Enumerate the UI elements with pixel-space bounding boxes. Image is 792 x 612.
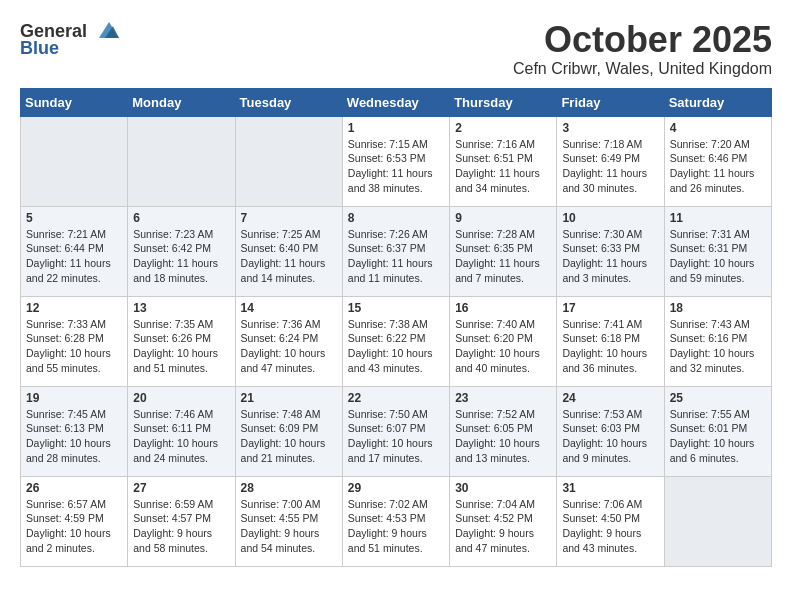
day-info-line: Sunset: 4:52 PM: [455, 512, 533, 524]
day-info: Sunrise: 7:20 AMSunset: 6:46 PMDaylight:…: [670, 137, 766, 196]
day-info-line: Sunrise: 7:35 AM: [133, 318, 213, 330]
day-number: 14: [241, 301, 337, 315]
calendar-cell: 17Sunrise: 7:41 AMSunset: 6:18 PMDayligh…: [557, 296, 664, 386]
logo-icon: [91, 20, 119, 42]
day-info-line: Sunset: 6:44 PM: [26, 242, 104, 254]
day-info-line: Sunset: 6:37 PM: [348, 242, 426, 254]
day-info-line: and 34 minutes.: [455, 182, 530, 194]
calendar-cell: 31Sunrise: 7:06 AMSunset: 4:50 PMDayligh…: [557, 476, 664, 566]
weekday-header-sunday: Sunday: [21, 88, 128, 116]
day-info-line: Sunset: 6:13 PM: [26, 422, 104, 434]
day-info-line: Sunrise: 6:59 AM: [133, 498, 213, 510]
day-info-line: Daylight: 10 hours: [26, 437, 111, 449]
day-info: Sunrise: 7:28 AMSunset: 6:35 PMDaylight:…: [455, 227, 551, 286]
day-info-line: Sunset: 6:18 PM: [562, 332, 640, 344]
calendar-cell: 27Sunrise: 6:59 AMSunset: 4:57 PMDayligh…: [128, 476, 235, 566]
title-area: October 2025 Cefn Cribwr, Wales, United …: [513, 20, 772, 78]
calendar-cell: 9Sunrise: 7:28 AMSunset: 6:35 PMDaylight…: [450, 206, 557, 296]
day-info: Sunrise: 7:46 AMSunset: 6:11 PMDaylight:…: [133, 407, 229, 466]
day-info: Sunrise: 7:31 AMSunset: 6:31 PMDaylight:…: [670, 227, 766, 286]
day-info-line: Sunset: 6:05 PM: [455, 422, 533, 434]
weekday-header-friday: Friday: [557, 88, 664, 116]
day-info-line: Daylight: 11 hours: [348, 167, 433, 179]
day-info-line: and 47 minutes.: [455, 542, 530, 554]
day-info-line: Sunset: 6:28 PM: [26, 332, 104, 344]
day-number: 9: [455, 211, 551, 225]
day-info-line: Daylight: 9 hours: [241, 527, 320, 539]
day-info-line: Sunset: 6:22 PM: [348, 332, 426, 344]
day-info-line: Sunrise: 7:40 AM: [455, 318, 535, 330]
calendar-cell: 2Sunrise: 7:16 AMSunset: 6:51 PMDaylight…: [450, 116, 557, 206]
day-number: 19: [26, 391, 122, 405]
day-info-line: Daylight: 11 hours: [562, 257, 647, 269]
day-info-line: and 55 minutes.: [26, 362, 101, 374]
day-info-line: and 11 minutes.: [348, 272, 423, 284]
calendar-cell: 19Sunrise: 7:45 AMSunset: 6:13 PMDayligh…: [21, 386, 128, 476]
day-number: 25: [670, 391, 766, 405]
day-number: 5: [26, 211, 122, 225]
day-info-line: and 59 minutes.: [670, 272, 745, 284]
day-info-line: Sunrise: 7:25 AM: [241, 228, 321, 240]
calendar-week-4: 19Sunrise: 7:45 AMSunset: 6:13 PMDayligh…: [21, 386, 772, 476]
day-info-line: Sunset: 6:26 PM: [133, 332, 211, 344]
weekday-header-saturday: Saturday: [664, 88, 771, 116]
day-number: 6: [133, 211, 229, 225]
day-info-line: and 3 minutes.: [562, 272, 631, 284]
day-number: 26: [26, 481, 122, 495]
day-info-line: and 22 minutes.: [26, 272, 101, 284]
calendar-cell: 4Sunrise: 7:20 AMSunset: 6:46 PMDaylight…: [664, 116, 771, 206]
day-number: 7: [241, 211, 337, 225]
day-info-line: Sunset: 6:49 PM: [562, 152, 640, 164]
day-info-line: and 9 minutes.: [562, 452, 631, 464]
day-info-line: Sunrise: 7:45 AM: [26, 408, 106, 420]
day-info-line: Sunrise: 7:06 AM: [562, 498, 642, 510]
calendar-cell: 30Sunrise: 7:04 AMSunset: 4:52 PMDayligh…: [450, 476, 557, 566]
calendar-cell: 10Sunrise: 7:30 AMSunset: 6:33 PMDayligh…: [557, 206, 664, 296]
calendar-cell: 16Sunrise: 7:40 AMSunset: 6:20 PMDayligh…: [450, 296, 557, 386]
day-number: 30: [455, 481, 551, 495]
day-info: Sunrise: 7:25 AMSunset: 6:40 PMDaylight:…: [241, 227, 337, 286]
weekday-header-row: SundayMondayTuesdayWednesdayThursdayFrid…: [21, 88, 772, 116]
day-info-line: Sunrise: 7:04 AM: [455, 498, 535, 510]
day-info-line: Daylight: 10 hours: [670, 257, 755, 269]
day-info-line: Daylight: 10 hours: [26, 347, 111, 359]
day-info: Sunrise: 7:00 AMSunset: 4:55 PMDaylight:…: [241, 497, 337, 556]
day-info-line: and 30 minutes.: [562, 182, 637, 194]
day-info-line: Sunrise: 7:23 AM: [133, 228, 213, 240]
day-info: Sunrise: 7:45 AMSunset: 6:13 PMDaylight:…: [26, 407, 122, 466]
day-info: Sunrise: 7:16 AMSunset: 6:51 PMDaylight:…: [455, 137, 551, 196]
day-info: Sunrise: 7:04 AMSunset: 4:52 PMDaylight:…: [455, 497, 551, 556]
day-info-line: Sunset: 6:16 PM: [670, 332, 748, 344]
location-text: Cefn Cribwr, Wales, United Kingdom: [513, 60, 772, 78]
day-info-line: Daylight: 11 hours: [455, 167, 540, 179]
day-info-line: Sunrise: 7:16 AM: [455, 138, 535, 150]
calendar-cell: 15Sunrise: 7:38 AMSunset: 6:22 PMDayligh…: [342, 296, 449, 386]
day-info: Sunrise: 7:30 AMSunset: 6:33 PMDaylight:…: [562, 227, 658, 286]
day-info-line: Daylight: 10 hours: [670, 437, 755, 449]
day-info-line: Daylight: 10 hours: [562, 437, 647, 449]
day-info-line: and 32 minutes.: [670, 362, 745, 374]
day-info-line: Daylight: 10 hours: [133, 437, 218, 449]
day-info-line: and 40 minutes.: [455, 362, 530, 374]
day-info: Sunrise: 7:48 AMSunset: 6:09 PMDaylight:…: [241, 407, 337, 466]
logo: General Blue: [20, 20, 119, 59]
day-info-line: and 17 minutes.: [348, 452, 423, 464]
day-info-line: and 21 minutes.: [241, 452, 316, 464]
day-info-line: and 51 minutes.: [133, 362, 208, 374]
day-number: 13: [133, 301, 229, 315]
day-info-line: Sunrise: 7:00 AM: [241, 498, 321, 510]
day-info-line: and 26 minutes.: [670, 182, 745, 194]
day-number: 8: [348, 211, 444, 225]
calendar-week-2: 5Sunrise: 7:21 AMSunset: 6:44 PMDaylight…: [21, 206, 772, 296]
day-info: Sunrise: 7:36 AMSunset: 6:24 PMDaylight:…: [241, 317, 337, 376]
day-info: Sunrise: 7:55 AMSunset: 6:01 PMDaylight:…: [670, 407, 766, 466]
day-info-line: Sunrise: 6:57 AM: [26, 498, 106, 510]
calendar-cell: 20Sunrise: 7:46 AMSunset: 6:11 PMDayligh…: [128, 386, 235, 476]
calendar-cell: 21Sunrise: 7:48 AMSunset: 6:09 PMDayligh…: [235, 386, 342, 476]
calendar-week-3: 12Sunrise: 7:33 AMSunset: 6:28 PMDayligh…: [21, 296, 772, 386]
day-info-line: Sunrise: 7:38 AM: [348, 318, 428, 330]
weekday-header-thursday: Thursday: [450, 88, 557, 116]
day-info: Sunrise: 7:41 AMSunset: 6:18 PMDaylight:…: [562, 317, 658, 376]
day-info-line: Sunset: 4:53 PM: [348, 512, 426, 524]
day-number: 24: [562, 391, 658, 405]
